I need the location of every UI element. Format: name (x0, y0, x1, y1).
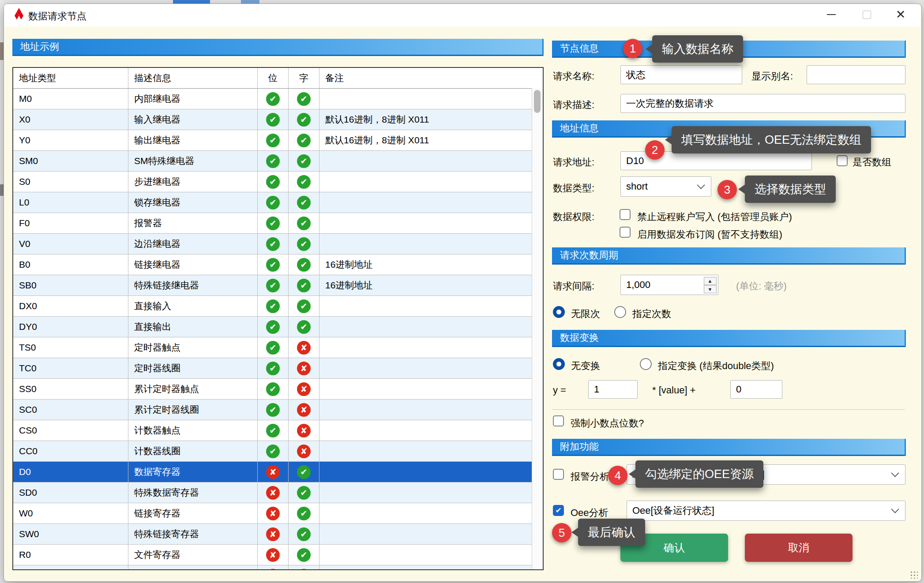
remark-cell (319, 565, 523, 570)
oee-analysis-checkbox[interactable]: ✔ (553, 505, 564, 516)
formula-y-label: y = (553, 385, 566, 396)
coefficient-input[interactable] (588, 380, 638, 399)
description-cell: 锁存继电器 (128, 192, 258, 213)
table-row[interactable]: F0报警器✔✔ (13, 213, 543, 234)
spin-down-button[interactable]: ▼ (704, 285, 717, 293)
description-cell: 输入继电器 (128, 109, 258, 130)
word-cell: ✘ (289, 358, 319, 378)
table-row[interactable]: SD0特殊数据寄存器✘✔ (13, 482, 543, 503)
table-row[interactable]: B0链接继电器✔✔16进制地址 (13, 254, 543, 275)
table-row[interactable]: CC0计数器线圈✔✘ (13, 441, 543, 462)
word-cell: ✔ (289, 524, 319, 544)
tooltip-step-3: 选择数据类型 (745, 176, 836, 203)
description-cell: 直接输入 (128, 296, 258, 316)
offset-input[interactable] (730, 380, 782, 399)
no-transform-label: 无变换 (571, 359, 600, 373)
check-icon: ✔ (266, 403, 280, 417)
cross-icon: ✘ (266, 507, 280, 520)
tooltip-step-1: 输入数据名称 (652, 35, 743, 63)
table-row[interactable]: SC0累计定时器线圈✔✘ (13, 400, 543, 420)
table-row[interactable]: M0内部继电器✔✔ (13, 89, 543, 109)
table-row[interactable]: V0边沿继电器✔✔ (13, 234, 543, 254)
word-cell: ✔ (289, 130, 319, 150)
table-scrollbar-thumb[interactable] (534, 90, 541, 113)
step-badge-2: 2 (645, 140, 665, 160)
bit-cell: ✔ (258, 400, 289, 420)
word-cell: ✔ (289, 482, 319, 503)
custom-transform-radio[interactable] (640, 358, 652, 370)
check-icon: ✔ (297, 548, 311, 562)
extra-header: 附加功能 (552, 439, 906, 456)
enable-publish-checkbox[interactable] (620, 227, 631, 238)
table-row[interactable]: L0锁存继电器✔✔ (13, 192, 543, 213)
table-row[interactable]: CS0计数器触点✔✘ (13, 420, 543, 441)
address-type-cell: SM0 (13, 151, 128, 171)
table-row[interactable]: S0步进继电器✔✔ (13, 172, 543, 192)
address-type-cell: L0 (13, 192, 128, 213)
oee-binding-select[interactable]: Oee[设备运行状态] (627, 501, 905, 521)
table-row[interactable]: W0链接寄存器✘✔ (13, 503, 543, 524)
table-row[interactable]: Z0变址寄存器✘✔ (13, 565, 543, 570)
bit-cell: ✔ (258, 151, 289, 171)
table-row[interactable]: SS0累计定时器触点✔✘ (13, 379, 543, 400)
bit-cell: ✔ (258, 420, 289, 441)
table-row[interactable]: R0文件寄存器✘✔ (13, 545, 543, 565)
close-button[interactable]: ✕ (888, 6, 913, 23)
table-row[interactable]: Y0输出继电器✔✔默认16进制，8进制 X011 (13, 130, 543, 151)
chevron-down-icon (891, 469, 899, 477)
bit-cell: ✔ (258, 213, 289, 233)
table-row[interactable]: DY0直接输出✔✔ (13, 317, 543, 337)
remark-cell (319, 420, 523, 441)
table-row[interactable]: D0数据寄存器✘✔ (13, 462, 543, 482)
tooltip-step-4: 勾选绑定的OEE资源 (635, 460, 763, 488)
address-type-cell: R0 (13, 545, 128, 565)
table-row[interactable]: TS0定时器触点✔✘ (13, 337, 543, 358)
address-type-cell: V0 (13, 234, 128, 254)
deny-remote-write-checkbox[interactable] (620, 209, 631, 220)
remark-cell (319, 482, 523, 503)
check-icon: ✔ (266, 258, 280, 272)
resize-grip[interactable] (910, 571, 918, 579)
table-scrollbar[interactable] (532, 88, 543, 569)
table-row[interactable]: SM0SM特殊继电器✔✔ (13, 151, 543, 172)
table-row[interactable]: TC0定时器线圈✔✘ (13, 358, 543, 379)
close-icon: ✕ (896, 9, 906, 21)
table-row[interactable]: SW0特殊链接寄存器✘✔ (13, 524, 543, 545)
unlimited-radio[interactable] (553, 306, 565, 318)
count-radio[interactable] (614, 306, 626, 318)
check-icon: ✔ (266, 382, 280, 396)
cycle-header: 请求次数周期 (552, 247, 906, 265)
spin-up-button[interactable]: ▲ (704, 277, 717, 285)
address-type-cell: TC0 (13, 358, 128, 378)
alias-input[interactable] (807, 65, 905, 84)
is-array-checkbox[interactable] (837, 155, 848, 166)
word-cell: ✔ (289, 89, 319, 109)
bit-cell: ✔ (258, 337, 289, 358)
interval-spinner[interactable]: 1,000 ▲ ▼ (620, 275, 718, 295)
divider (552, 409, 905, 410)
address-type-cell: SC0 (13, 400, 128, 420)
address-type-cell: M0 (13, 89, 128, 109)
custom-transform-label: 指定变换 (结果double类型) (658, 359, 774, 373)
description-cell: 累计定时器触点 (128, 379, 258, 399)
permission-label: 数据权限: (553, 210, 594, 224)
table-row[interactable]: X0输入继电器✔✔默认16进制，8进制 X011 (13, 109, 543, 130)
request-address-label: 请求地址: (553, 156, 594, 169)
no-transform-radio[interactable] (553, 358, 565, 370)
alarm-analysis-checkbox[interactable] (553, 469, 564, 480)
maximize-button[interactable] (854, 6, 879, 23)
request-desc-input[interactable] (620, 94, 905, 113)
force-decimal-checkbox[interactable] (553, 415, 564, 426)
cancel-button[interactable]: 取消 (745, 534, 853, 562)
minimize-button[interactable] (819, 6, 844, 23)
table-row[interactable]: DX0直接输入✔✔ (13, 296, 543, 317)
check-icon: ✔ (297, 217, 311, 230)
request-name-input[interactable] (620, 65, 742, 84)
table-row[interactable]: SB0特殊链接继电器✔✔16进制地址 (13, 275, 543, 296)
deny-remote-write-label: 禁止远程账户写入 (包括管理员账户) (637, 210, 792, 224)
remark-cell: 16进制地址 (319, 275, 523, 295)
address-table[interactable]: 地址类型描述信息位字备注 M0内部继电器✔✔X0输入继电器✔✔默认16进制，8进… (12, 67, 544, 570)
word-cell: ✔ (289, 503, 319, 523)
address-type-cell: SD0 (13, 482, 128, 503)
data-type-select[interactable]: short (620, 176, 711, 197)
